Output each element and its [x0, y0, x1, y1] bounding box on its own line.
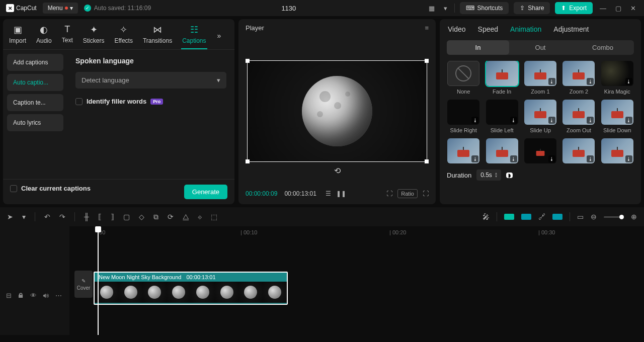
- sidebar-add-captions[interactable]: Add captions: [7, 54, 63, 71]
- anim-row3-2[interactable]: ⭳: [485, 138, 518, 163]
- rotate-icon[interactable]: ⟲: [334, 166, 341, 176]
- tab-effects[interactable]: ✧Effects: [113, 22, 133, 48]
- rotate-icon[interactable]: ⟳: [168, 213, 174, 221]
- list-icon[interactable]: ☰: [326, 190, 331, 197]
- trim-left-icon[interactable]: ⟦: [98, 213, 102, 221]
- language-select[interactable]: Detect language ▾: [75, 72, 226, 89]
- anim-row3-4[interactable]: ⭳: [562, 138, 595, 163]
- marker-icon[interactable]: ◇: [139, 213, 144, 221]
- tab-adjustment[interactable]: Adjustment: [553, 25, 589, 33]
- fullscreen-icon[interactable]: ⛶: [423, 190, 429, 197]
- menu-button[interactable]: Menu ▾: [43, 3, 78, 14]
- anim-kira-magic[interactable]: ⭳Kira Magic: [601, 61, 634, 95]
- anim-zoom-1[interactable]: ⭳Zoom 1: [524, 61, 557, 95]
- anim-slide-up[interactable]: ⭳Slide Up: [524, 100, 557, 133]
- shortcuts-button[interactable]: ⌨ Shortcuts: [460, 2, 509, 14]
- resize-handle-tr[interactable]: [425, 59, 429, 63]
- tab-video[interactable]: Video: [448, 25, 466, 33]
- link-icon[interactable]: 🔗︎: [538, 213, 545, 221]
- anim-row3-5[interactable]: ⭳: [601, 138, 634, 163]
- export-button[interactable]: ⬆ Export: [555, 2, 593, 14]
- magnetic-icon[interactable]: [504, 214, 514, 220]
- tab-transitions[interactable]: ⋈Transitions: [142, 22, 173, 48]
- tab-captions[interactable]: ☷Captions: [181, 22, 207, 49]
- player-menu-icon[interactable]: ≡: [425, 24, 429, 32]
- resize-handle-br[interactable]: [425, 159, 429, 163]
- gondola-icon: [573, 111, 585, 118]
- ratio-button[interactable]: Ratio: [397, 189, 418, 198]
- scan-icon[interactable]: ⛶: [386, 190, 392, 197]
- anim-zoom-2[interactable]: ⭳Zoom 2: [562, 61, 595, 95]
- tab-animation[interactable]: Animation: [510, 25, 541, 33]
- maximize-icon[interactable]: ▢: [613, 3, 623, 14]
- mirror-icon[interactable]: ⧋: [183, 213, 189, 221]
- video-frame[interactable]: ⟲: [247, 60, 427, 162]
- player-viewport[interactable]: ⟲: [238, 37, 436, 185]
- sidebar-auto-captions[interactable]: Auto captio...: [7, 74, 63, 91]
- share-button[interactable]: ⇪ Share: [514, 2, 550, 14]
- pause-icon[interactable]: ❚❚: [336, 190, 346, 197]
- anim-row3-1[interactable]: ⭳: [447, 138, 480, 163]
- mute-icon[interactable]: 🔊︎: [43, 292, 49, 299]
- mic-icon[interactable]: 🎤︎: [482, 213, 490, 221]
- anim-slide-down[interactable]: ⭳Slide Down: [601, 100, 634, 133]
- chevron-down-icon[interactable]: ▾: [442, 3, 449, 14]
- clip-name: New Moon Night Sky Background: [99, 274, 181, 280]
- snap-icon[interactable]: [521, 214, 531, 220]
- layout-icon[interactable]: ▦: [427, 3, 437, 14]
- pointer-icon[interactable]: ➤: [7, 213, 13, 221]
- zoom-in-icon[interactable]: ⊕: [631, 213, 637, 221]
- lock-icon[interactable]: 🔒︎: [18, 292, 24, 299]
- seg-combo[interactable]: Combo: [572, 40, 634, 55]
- tab-audio[interactable]: ◐Audio: [35, 22, 53, 48]
- tab-stickers[interactable]: ✦Stickers: [82, 22, 106, 48]
- anim-fade-in[interactable]: Fade In: [485, 61, 518, 95]
- media-tabs: ▣Import ◐Audio TText ✦Stickers ✧Effects …: [3, 19, 234, 50]
- tab-text[interactable]: TText: [61, 22, 74, 48]
- tab-speed[interactable]: Speed: [478, 25, 498, 33]
- anim-zoom-out[interactable]: ⭳Zoom Out: [562, 100, 595, 133]
- crop-icon[interactable]: ⬚: [211, 213, 217, 221]
- zoom-slider[interactable]: [604, 216, 624, 218]
- track-collapse-icon[interactable]: ⊟: [6, 292, 12, 299]
- more-icon[interactable]: ⋯: [55, 292, 62, 299]
- anim-slide-right[interactable]: ⭳Slide Right: [447, 100, 480, 133]
- playhead[interactable]: [98, 226, 99, 335]
- download-icon: ⭳: [587, 155, 594, 162]
- anim-none[interactable]: None: [447, 61, 480, 95]
- redo-icon[interactable]: ↷: [59, 213, 65, 221]
- close-icon[interactable]: ✕: [628, 3, 638, 14]
- clear-checkbox[interactable]: [10, 185, 17, 192]
- timeline-tracks[interactable]: :00 | 00:10 | 00:20 | 00:30 New Moon Nig…: [69, 226, 644, 335]
- flip-icon[interactable]: ⟐: [198, 213, 202, 221]
- sidebar-auto-lyrics[interactable]: Auto lyrics: [7, 114, 63, 131]
- anim-slide-left[interactable]: ⭳Slide Left: [485, 100, 518, 133]
- time-ruler[interactable]: :00 | 00:10 | 00:20 | 00:30: [69, 226, 644, 239]
- chevron-down-icon[interactable]: ▾: [22, 213, 26, 221]
- delete-icon[interactable]: ▢: [123, 213, 130, 221]
- trim-right-icon[interactable]: ⟧: [111, 213, 114, 221]
- resize-handle-bl[interactable]: [246, 159, 250, 163]
- eye-icon[interactable]: 👁︎: [30, 292, 37, 299]
- video-clip[interactable]: New Moon Night Sky Background 00:00:13:0…: [94, 272, 288, 305]
- sidebar-caption-templates[interactable]: Caption te...: [7, 94, 63, 111]
- more-tabs-icon[interactable]: »: [215, 30, 223, 42]
- seg-out[interactable]: Out: [509, 40, 572, 55]
- undo-icon[interactable]: ↶: [44, 213, 50, 221]
- generate-button[interactable]: Generate: [184, 185, 227, 199]
- filler-checkbox[interactable]: [75, 98, 83, 105]
- anim-row3-3[interactable]: ⭳: [524, 138, 557, 163]
- split-icon[interactable]: ╫: [84, 213, 89, 221]
- preview-icon[interactable]: ▭: [577, 213, 584, 221]
- minimize-icon[interactable]: —: [598, 3, 608, 14]
- duplicate-icon[interactable]: ⧉: [153, 213, 158, 221]
- zoom-out-icon[interactable]: ⊖: [591, 213, 597, 221]
- align-icon[interactable]: [552, 214, 562, 220]
- duration-input[interactable]: 0.5s ▴▾: [476, 169, 501, 181]
- seg-in[interactable]: In: [447, 40, 509, 55]
- stickers-icon: ✦: [90, 24, 98, 35]
- resize-handle-tl[interactable]: [246, 59, 250, 63]
- spinner-icon[interactable]: ▴▾: [495, 172, 497, 178]
- tab-import[interactable]: ▣Import: [8, 22, 27, 48]
- duration-marker-icon[interactable]: ◗: [506, 173, 513, 178]
